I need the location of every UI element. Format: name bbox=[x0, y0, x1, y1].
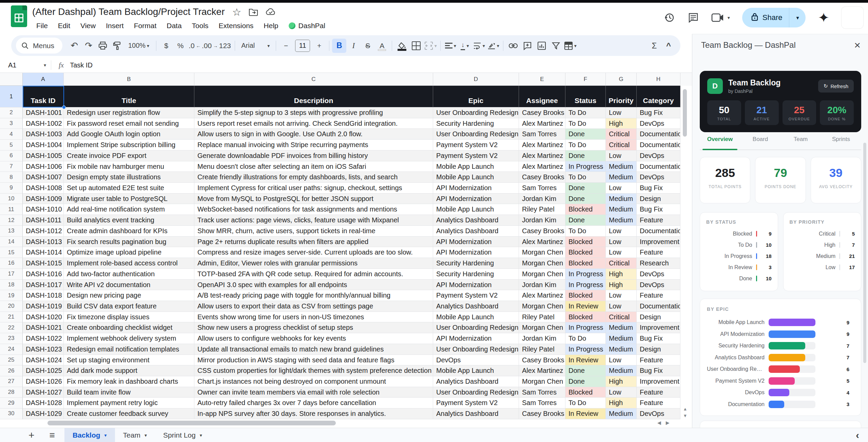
row-number-2[interactable]: 2 bbox=[0, 107, 23, 118]
cell-status[interactable]: Done bbox=[565, 376, 606, 387]
cell-status[interactable]: Blocked bbox=[565, 204, 606, 215]
cell-priority[interactable]: Critical bbox=[606, 140, 637, 150]
cell-priority[interactable]: Low bbox=[606, 237, 637, 247]
cell-id[interactable]: DASH-1004 bbox=[23, 140, 64, 150]
cell-epic[interactable]: Payment System V2 bbox=[433, 150, 519, 161]
cell-category[interactable]: DevOps bbox=[637, 172, 680, 183]
row-number-24[interactable]: 24 bbox=[0, 344, 23, 355]
cell-priority[interactable]: Low bbox=[606, 107, 637, 118]
column-header-C[interactable]: C bbox=[194, 73, 433, 86]
row-number-28[interactable]: 28 bbox=[0, 387, 23, 398]
cell-desc[interactable]: Mirror production in AWS staging with se… bbox=[194, 355, 433, 366]
header-cell-priority[interactable]: Priority bbox=[606, 86, 637, 107]
panel-tab-overview[interactable]: Overview bbox=[700, 136, 740, 149]
sheets-logo-icon[interactable] bbox=[11, 5, 27, 27]
cell-title[interactable]: Add two-factor authentication bbox=[64, 269, 194, 280]
cell-status[interactable]: Blocked bbox=[565, 387, 606, 398]
collapse-toolbar-button[interactable]: ^ bbox=[661, 39, 676, 53]
cell-epic[interactable]: Security Hardening bbox=[433, 258, 519, 269]
create-filter-button[interactable] bbox=[549, 39, 563, 53]
header-cell-description[interactable]: Description bbox=[194, 86, 433, 107]
cell-category[interactable]: Design bbox=[637, 194, 680, 204]
cell-title[interactable]: Build team invite flow bbox=[64, 387, 194, 398]
row-number-11[interactable]: 11 bbox=[0, 204, 23, 215]
cell-title[interactable]: Build analytics event tracking bbox=[64, 215, 194, 226]
cell-title[interactable]: Write API v2 documentation bbox=[64, 280, 194, 290]
cell-assignee[interactable]: Sam Torres bbox=[519, 129, 565, 140]
menu-data[interactable]: Data bbox=[161, 20, 187, 32]
cell-desc[interactable]: Auto-retry failed charges 3x over 7 days… bbox=[194, 398, 433, 408]
increase-decimal-button[interactable]: .00→ bbox=[202, 39, 218, 53]
cell-assignee[interactable]: Jordan Kim bbox=[519, 280, 565, 290]
cell-status[interactable]: To Do bbox=[565, 107, 606, 118]
star-icon[interactable]: ☆ bbox=[232, 6, 241, 18]
cell-category[interactable]: Bug Fix bbox=[637, 333, 680, 344]
cell-category[interactable]: Feature bbox=[637, 290, 680, 301]
cell-epic[interactable]: User Onboarding Redesign bbox=[433, 107, 519, 118]
cell-title[interactable]: Migrate user table to PostgreSQL bbox=[64, 194, 194, 204]
cell-assignee[interactable]: Morgan Chen bbox=[519, 258, 565, 269]
row-number-20[interactable]: 20 bbox=[0, 301, 23, 312]
menu-dashpal[interactable]: DashPal bbox=[284, 20, 330, 32]
cell-id[interactable]: DASH-1014 bbox=[23, 247, 64, 258]
gemini-sparkle-icon[interactable]: ✦ bbox=[818, 10, 829, 25]
row-number-6[interactable]: 6 bbox=[0, 150, 23, 161]
text-wrap-button[interactable]: ▾ bbox=[472, 39, 486, 53]
borders-button[interactable] bbox=[409, 39, 423, 53]
row-number-17[interactable]: 17 bbox=[0, 269, 23, 280]
cell-assignee[interactable]: Riley Patel bbox=[519, 344, 565, 355]
cell-desc[interactable]: Chart.js instances not being destroyed o… bbox=[194, 376, 433, 387]
cell-desc[interactable]: OpenAPI 3.0 spec with examples for all e… bbox=[194, 280, 433, 290]
cell-id[interactable]: DASH-1006 bbox=[23, 161, 64, 172]
share-dropdown[interactable]: ▾ bbox=[789, 15, 806, 21]
cell-desc[interactable]: A/B test-ready pricing page with toggle … bbox=[194, 290, 433, 301]
cell-priority[interactable]: Medium bbox=[606, 408, 637, 419]
cell-assignee[interactable]: Alex Martinez bbox=[519, 118, 565, 129]
cell-category[interactable]: DevOps bbox=[637, 118, 680, 129]
cell-category[interactable]: Feature bbox=[637, 215, 680, 226]
cell-category[interactable]: Bug Fix bbox=[637, 365, 680, 376]
cell-assignee[interactable]: Alex Martinez bbox=[519, 161, 565, 172]
cell-desc[interactable]: WebSocket-based notifications for task a… bbox=[194, 204, 433, 215]
strikethrough-button[interactable]: S bbox=[361, 39, 375, 53]
cell-status[interactable]: Blocked bbox=[565, 258, 606, 269]
cell-epic[interactable]: DevOps bbox=[433, 355, 519, 366]
cell-desc[interactable]: Users report reset emails not arriving. … bbox=[194, 118, 433, 129]
redo-button[interactable]: ↷ bbox=[81, 39, 96, 53]
cell-category[interactable]: DevOps bbox=[637, 408, 680, 419]
header-cell-assignee[interactable]: Assignee bbox=[519, 86, 565, 107]
cell-epic[interactable]: Mobile App Launch bbox=[433, 161, 519, 172]
column-header-B[interactable]: B bbox=[64, 73, 194, 86]
row-number-25[interactable]: 25 bbox=[0, 355, 23, 366]
cell-assignee[interactable]: Riley Patel bbox=[519, 204, 565, 215]
format-percent-button[interactable]: % bbox=[173, 39, 188, 53]
cell-status[interactable]: Done bbox=[565, 150, 606, 161]
insert-link-button[interactable] bbox=[506, 39, 520, 53]
cell-priority[interactable]: Low bbox=[606, 290, 637, 301]
cell-category[interactable]: Research bbox=[637, 258, 680, 269]
cell-assignee[interactable]: Alex Martinez bbox=[519, 365, 565, 376]
cell-assignee[interactable]: Sam Torres bbox=[519, 398, 565, 408]
cell-status[interactable]: In Review bbox=[565, 355, 606, 366]
decrease-decimal-button[interactable]: .0← bbox=[188, 39, 202, 53]
panel-tab-sprints[interactable]: Sprints bbox=[821, 136, 861, 149]
cell-category[interactable]: DevOps bbox=[637, 269, 680, 280]
cloud-saved-icon[interactable] bbox=[266, 8, 276, 16]
cell-epic[interactable]: Security Hardening bbox=[433, 118, 519, 129]
cell-title[interactable]: Implement webhook delivery system bbox=[64, 333, 194, 344]
cell-status[interactable]: Done bbox=[565, 183, 606, 194]
cell-title[interactable]: Fix search results pagination bug bbox=[64, 237, 194, 247]
cell-assignee[interactable]: Jordan Kim bbox=[519, 194, 565, 204]
row-number-21[interactable]: 21 bbox=[0, 312, 23, 323]
cell-desc[interactable]: Admin, Editor, Viewer roles with granula… bbox=[194, 258, 433, 269]
refresh-button[interactable]: ↻ Refresh bbox=[818, 80, 854, 93]
cell-title[interactable]: Implement Stripe subscription billing bbox=[64, 140, 194, 150]
cell-id[interactable]: DASH-1008 bbox=[23, 183, 64, 194]
horizontal-scroll-arrows[interactable]: ◀▶ bbox=[657, 420, 674, 425]
cell-id[interactable]: DASH-1020 bbox=[23, 312, 64, 323]
cell-title[interactable]: Fix timezone display issues bbox=[64, 312, 194, 323]
insert-comment-button[interactable] bbox=[520, 39, 535, 53]
cell-epic[interactable]: Mobile App Launch bbox=[433, 204, 519, 215]
cell-epic[interactable]: Analytics Dashboard bbox=[433, 376, 519, 387]
cell-id[interactable]: DASH-1019 bbox=[23, 301, 64, 312]
